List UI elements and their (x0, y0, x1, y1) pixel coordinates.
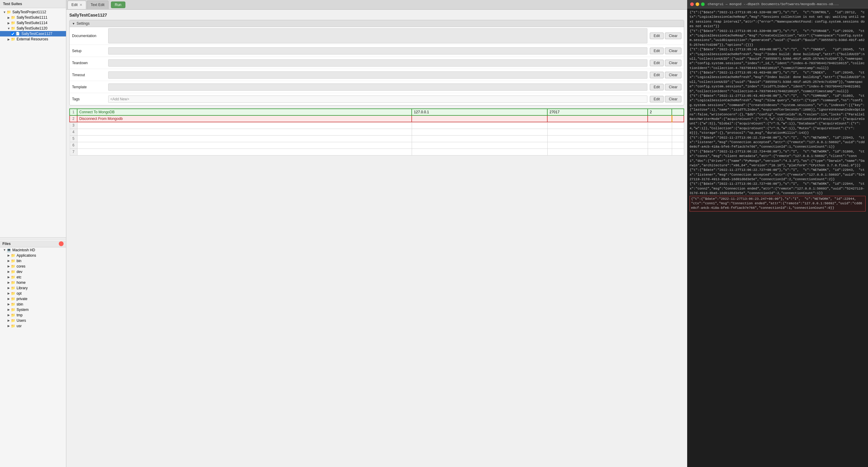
window-close-button[interactable] (690, 2, 694, 6)
folder-icon-suite1120: 📁 (11, 26, 16, 30)
tree-arrow-home: ▶ (7, 281, 11, 284)
files-close-button[interactable]: ✕ (59, 241, 64, 246)
step-arg3-2[interactable] (648, 115, 672, 122)
tree-item-home[interactable]: ▶ 📁 home (0, 280, 66, 285)
tags-clear-button[interactable]: Clear (665, 96, 681, 102)
step-arg3-3[interactable] (648, 122, 672, 129)
case1127-checkbox[interactable] (11, 32, 15, 36)
window-minimize-button[interactable] (695, 2, 699, 6)
tree-item-suite1114[interactable]: ▶ 📁 SallyTestSuite1114 (0, 20, 66, 26)
timeout-edit-button[interactable]: Edit (650, 72, 664, 78)
step-arg2-4[interactable] (547, 129, 648, 135)
step-arg2-1[interactable]: 27017 (547, 109, 648, 115)
step-arg2-3[interactable] (547, 122, 648, 129)
table-row[interactable]: 6 (70, 142, 684, 149)
tree-item-users[interactable]: ▶ 📁 Users (0, 318, 66, 323)
documentation-clear-button[interactable]: Clear (665, 33, 681, 39)
template-clear-button[interactable]: Clear (665, 84, 681, 90)
table-row[interactable]: 1 Connect To MongoDB 127.0.0.1 27017 2 (70, 109, 684, 115)
step-arg4-7[interactable] (672, 149, 684, 155)
step-arg1-2[interactable] (412, 115, 547, 122)
folder-icon-sbin: 📁 (11, 302, 16, 306)
tree-label-etc: etc (17, 275, 22, 279)
run-button[interactable]: Run (111, 1, 125, 8)
tree-label-bin: bin (17, 259, 22, 263)
template-edit-button[interactable]: Edit (650, 84, 664, 90)
step-arg4-2[interactable] (672, 115, 684, 122)
step-arg1-7[interactable] (412, 149, 547, 155)
step-keyword-5[interactable] (77, 135, 412, 142)
tab-bar: Edit ✕ Text Edit Run (66, 0, 687, 10)
tree-item-applications[interactable]: ▶ 📁 Applications (0, 253, 66, 258)
tree-item-private[interactable]: ▶ 📁 private (0, 296, 66, 302)
tree-item-bin[interactable]: ▶ 📁 bin (0, 258, 66, 263)
table-row[interactable]: 4 (70, 129, 684, 135)
tree-item-sbin[interactable]: ▶ 📁 sbin (0, 302, 66, 307)
step-arg2-7[interactable] (547, 149, 648, 155)
table-row[interactable]: 3 (70, 122, 684, 129)
step-arg4-4[interactable] (672, 129, 684, 135)
template-input[interactable] (108, 84, 647, 91)
tree-item-external[interactable]: ▶ 📁 External Resources (0, 36, 66, 42)
step-arg2-5[interactable] (547, 135, 648, 142)
step-arg1-5[interactable] (412, 135, 547, 142)
tree-item-opt[interactable]: ▶ 📁 opt (0, 291, 66, 296)
step-arg4-6[interactable] (672, 142, 684, 149)
documentation-input[interactable] (108, 28, 647, 43)
tree-item-library[interactable]: ▶ 📁 Library (0, 285, 66, 291)
tab-textedit[interactable]: Text Edit (87, 1, 108, 9)
step-keyword-7[interactable] (77, 149, 412, 155)
step-arg3-6[interactable] (648, 142, 672, 149)
step-arg3-5[interactable] (648, 135, 672, 142)
step-arg1-3[interactable] (412, 122, 547, 129)
step-keyword-4[interactable] (77, 129, 412, 135)
folder-icon-etc: 📁 (11, 275, 16, 279)
tree-item-etc[interactable]: ▶ 📁 etc (0, 275, 66, 280)
step-arg4-1[interactable] (672, 109, 684, 115)
step-arg3-4[interactable] (648, 129, 672, 135)
tree-item-cores[interactable]: ▶ 📁 cores (0, 263, 66, 269)
documentation-edit-button[interactable]: Edit (650, 33, 664, 39)
setup-clear-button[interactable]: Clear (665, 48, 681, 54)
tree-item-suite1120[interactable]: ▼ 📁 SallyTestSuite1120 (0, 26, 66, 31)
step-keyword-2[interactable]: Disconnect From Mongodb (77, 115, 412, 122)
step-arg2-6[interactable] (547, 142, 648, 149)
step-keyword-1[interactable]: Connect To MongoDB (77, 109, 412, 115)
tree-item-tmp[interactable]: ▶ 📁 tmp (0, 312, 66, 318)
teardown-edit-button[interactable]: Edit (650, 60, 664, 66)
step-arg4-3[interactable] (672, 122, 684, 129)
tab-edit-close[interactable]: ✕ (80, 3, 82, 7)
terminal-content[interactable]: {"t":{"$date":"2022-11-27T13:05:43.320+0… (687, 8, 868, 467)
timeout-input[interactable] (108, 71, 647, 79)
tree-item-macintosh[interactable]: ▼ 💻 Macintosh HD (0, 247, 66, 253)
window-maximize-button[interactable] (701, 2, 705, 6)
step-arg4-5[interactable] (672, 135, 684, 142)
table-row[interactable]: 7 (70, 149, 684, 155)
table-row[interactable]: 5 (70, 135, 684, 142)
step-arg1-4[interactable] (412, 129, 547, 135)
tags-input[interactable]: <Add New> (108, 95, 647, 103)
step-arg3-7[interactable] (648, 149, 672, 155)
tree-label-usr: usr (17, 324, 22, 328)
table-row[interactable]: 2 Disconnect From Mongodb (70, 115, 684, 122)
tree-item-sallyproject[interactable]: ▼ 📁 SallyTestProject1112 (0, 9, 66, 15)
tree-item-suite1111[interactable]: ▶ 📁 SallyTestSuite1111 (0, 15, 66, 20)
teardown-input[interactable] (108, 59, 647, 67)
tree-item-system[interactable]: ▶ 📁 System (0, 307, 66, 312)
step-arg1-1[interactable]: 127.0.0.1 (412, 109, 547, 115)
tree-item-usr[interactable]: ▶ 📁 usr (0, 323, 66, 329)
setup-edit-button[interactable]: Edit (650, 48, 664, 54)
step-keyword-3[interactable] (77, 122, 412, 129)
tree-item-case1127[interactable]: 📄 SallyTestCase1127 (0, 31, 66, 36)
tags-edit-button[interactable]: Edit (650, 96, 664, 102)
step-arg1-6[interactable] (412, 142, 547, 149)
teardown-clear-button[interactable]: Clear (665, 60, 681, 66)
tab-edit[interactable]: Edit ✕ (67, 1, 86, 9)
step-arg2-2[interactable] (547, 115, 648, 122)
step-arg3-1[interactable]: 2 (648, 109, 672, 115)
setup-input[interactable] (108, 47, 647, 55)
folder-icon-library: 📁 (11, 286, 16, 290)
step-keyword-6[interactable] (77, 142, 412, 149)
tree-item-dev[interactable]: ▶ 📁 dev (0, 269, 66, 275)
timeout-clear-button[interactable]: Clear (665, 72, 681, 78)
